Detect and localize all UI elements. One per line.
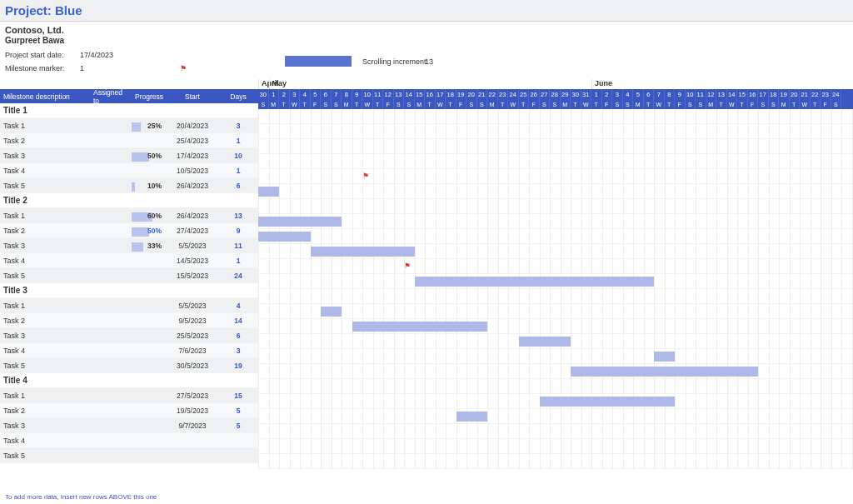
task-assigned[interactable] (90, 394, 132, 397)
gantt-bar[interactable] (321, 307, 342, 317)
table-row[interactable]: Task 15/5/20234 (0, 298, 258, 313)
task-desc[interactable]: Task 1 (0, 210, 90, 222)
task-desc[interactable]: Task 4 (0, 255, 90, 267)
task-desc[interactable]: Task 3 (0, 420, 90, 432)
task-progress[interactable] (132, 319, 167, 322)
gantt-bar[interactable] (415, 277, 655, 287)
task-start[interactable] (167, 439, 218, 442)
task-days[interactable]: 5 (218, 405, 258, 417)
task-assigned[interactable] (90, 259, 132, 262)
task-assigned[interactable] (90, 304, 132, 307)
table-row[interactable]: Task 47/6/20233 (0, 343, 258, 358)
task-desc[interactable]: Task 4 (0, 165, 90, 177)
start-date-value[interactable]: 17/4/2023 (80, 51, 130, 59)
gantt-bar[interactable] (456, 412, 488, 422)
task-progress[interactable] (132, 409, 167, 412)
table-row[interactable]: Task 325/5/20236 (0, 328, 258, 343)
task-assigned[interactable] (90, 424, 132, 427)
gantt-bar[interactable] (258, 187, 279, 197)
task-desc[interactable]: Task 4 (0, 345, 90, 357)
task-days[interactable]: 19 (218, 360, 258, 372)
task-desc[interactable]: Task 3 (0, 330, 90, 342)
gantt-bar[interactable] (352, 322, 488, 332)
scroll-value[interactable]: 13 (425, 57, 433, 66)
table-row[interactable]: Task 125%20/4/20233 (0, 118, 258, 133)
task-assigned[interactable] (90, 454, 132, 457)
gantt-bar[interactable] (654, 352, 675, 362)
task-desc[interactable]: Task 5 (0, 180, 90, 192)
task-days[interactable]: 1 (218, 165, 258, 177)
table-row[interactable]: Task 160%26/4/202313 (0, 208, 258, 223)
task-days[interactable]: 14 (218, 315, 258, 327)
task-progress[interactable] (132, 424, 167, 427)
task-assigned[interactable] (90, 139, 132, 142)
table-row[interactable]: Task 414/5/20231 (0, 253, 258, 268)
task-assigned[interactable] (90, 244, 132, 247)
task-progress[interactable] (132, 349, 167, 352)
task-start[interactable]: 15/5/2023 (167, 270, 218, 282)
task-assigned[interactable] (90, 319, 132, 322)
task-start[interactable]: 20/4/2023 (167, 120, 218, 132)
task-progress[interactable] (132, 139, 167, 142)
task-desc[interactable]: Task 1 (0, 300, 90, 312)
gantt-bar[interactable] (519, 337, 571, 347)
table-row[interactable]: Task 5 (0, 448, 258, 463)
task-assigned[interactable] (90, 364, 132, 367)
task-assigned[interactable] (90, 184, 132, 187)
task-desc[interactable]: Task 5 (0, 360, 90, 372)
task-desc[interactable]: Task 1 (0, 120, 90, 132)
task-start[interactable]: 25/5/2023 (167, 330, 218, 342)
table-row[interactable]: Task 219/5/20235 (0, 403, 258, 418)
task-start[interactable]: 27/4/2023 (167, 225, 218, 237)
task-days[interactable]: 6 (218, 330, 258, 342)
task-start[interactable]: 27/5/2023 (167, 390, 218, 402)
task-assigned[interactable] (90, 214, 132, 217)
task-assigned[interactable] (90, 154, 132, 157)
table-row[interactable]: Task 4 (0, 433, 258, 448)
task-progress[interactable] (132, 259, 167, 262)
table-row[interactable]: Task 515/5/202324 (0, 268, 258, 283)
gantt-bar[interactable] (311, 247, 415, 257)
task-assigned[interactable] (90, 274, 132, 277)
table-row[interactable]: Task 510%26/4/20236 (0, 178, 258, 193)
task-desc[interactable]: Task 1 (0, 390, 90, 402)
scroll-indicator[interactable] (285, 56, 352, 67)
task-start[interactable]: 17/4/2023 (167, 150, 218, 162)
task-start[interactable]: 14/5/2023 (167, 255, 218, 267)
section-row[interactable]: Title 3 (0, 283, 258, 298)
table-row[interactable]: Task 225/4/20231 (0, 133, 258, 148)
task-progress[interactable] (132, 274, 167, 277)
task-start[interactable]: 25/4/2023 (167, 135, 218, 147)
task-assigned[interactable] (90, 229, 132, 232)
task-days[interactable]: 1 (218, 255, 258, 267)
task-assigned[interactable] (90, 439, 132, 442)
table-row[interactable]: Task 350%17/4/202310 (0, 148, 258, 163)
task-days[interactable]: 11 (218, 240, 258, 252)
table-row[interactable]: Task 333%5/5/202311 (0, 238, 258, 253)
gantt-bar[interactable] (258, 232, 311, 242)
task-progress[interactable] (132, 334, 167, 337)
task-days[interactable]: 24 (218, 270, 258, 282)
task-progress[interactable]: 60% (132, 210, 167, 222)
gantt-bar[interactable] (540, 397, 676, 407)
table-row[interactable]: Task 127/5/202315 (0, 388, 258, 403)
section-row[interactable]: Title 4 (0, 373, 258, 388)
task-days[interactable] (218, 439, 258, 442)
task-days[interactable]: 9 (218, 225, 258, 237)
table-row[interactable]: Task 530/5/202319 (0, 358, 258, 373)
task-progress[interactable]: 25% (132, 120, 167, 132)
task-start[interactable]: 30/5/2023 (167, 360, 218, 372)
task-assigned[interactable] (90, 349, 132, 352)
task-progress[interactable] (132, 454, 167, 457)
task-start[interactable]: 5/5/2023 (167, 300, 218, 312)
task-start[interactable]: 5/5/2023 (167, 240, 218, 252)
milestone-value[interactable]: 1 (80, 64, 130, 72)
task-days[interactable]: 13 (218, 210, 258, 222)
task-start[interactable]: 26/4/2023 (167, 210, 218, 222)
task-progress[interactable]: 50% (132, 150, 167, 162)
table-row[interactable]: Task 39/7/20235 (0, 418, 258, 433)
task-start[interactable]: 19/5/2023 (167, 405, 218, 417)
task-start[interactable]: 7/6/2023 (167, 345, 218, 357)
gantt-bar[interactable] (571, 367, 758, 377)
section-row[interactable]: Title 2 (0, 193, 258, 208)
